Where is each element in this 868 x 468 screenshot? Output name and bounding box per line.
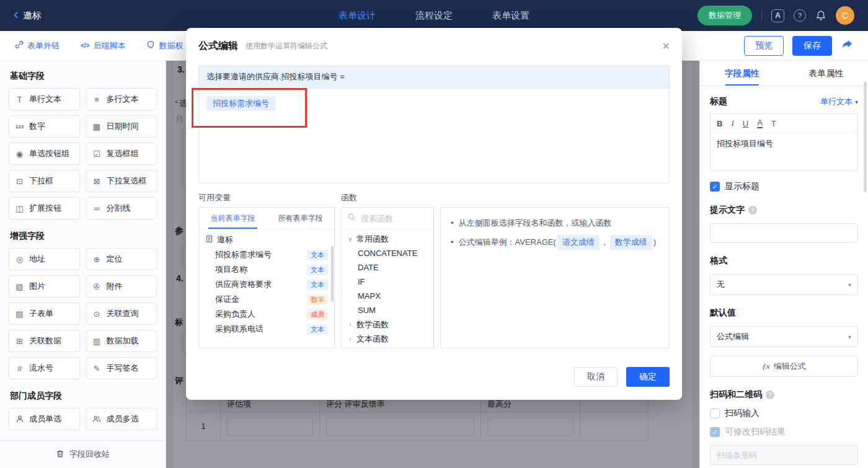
format-value: 无 (717, 279, 725, 290)
field-item-linked-data[interactable]: ⊞关联数据 (9, 330, 80, 352)
panel-scrollbar[interactable] (864, 82, 867, 192)
function-item[interactable]: CONCATENATE (342, 246, 433, 260)
function-item[interactable]: DATE (342, 260, 433, 275)
variable-item[interactable]: 保证金数字 (199, 292, 334, 307)
field-item-label: 多行文本 (107, 94, 139, 105)
variable-item[interactable]: 招投标需求编号文本 (199, 247, 334, 262)
function-item[interactable]: IF (342, 275, 433, 289)
scan-modifiable-checkbox: ✓ (710, 427, 720, 437)
modal-subtitle: 使用数学运算符编辑公式 (246, 41, 327, 51)
variables-scrollbar[interactable] (331, 246, 334, 302)
variable-name: 采购联系电话 (215, 324, 264, 335)
share-icon[interactable] (841, 38, 853, 53)
title-label: 标题 (710, 96, 727, 107)
back-group[interactable]: ‹ 邀标 (14, 9, 162, 22)
field-item-radio-group[interactable]: ◉单选按钮组 (9, 143, 80, 165)
datetime-icon: ▦ (92, 122, 102, 131)
default-value-select[interactable]: 公式编辑 ▾ (710, 326, 858, 347)
variable-item[interactable]: 采购负责人成员 (199, 307, 334, 322)
function-group[interactable]: ›文本函数 (342, 332, 433, 346)
topbar-tabs: 表单设计 流程设定 表单设置 (339, 10, 529, 22)
field-recycle-bin[interactable]: 字段回收站 (0, 440, 166, 468)
field-item-attachment[interactable]: ✇附件 (86, 275, 157, 298)
tab-current-form-fields[interactable]: 当前表单字段 (199, 208, 267, 229)
bold-icon[interactable]: B (717, 119, 722, 128)
variable-item[interactable]: 采购联系电话文本 (199, 322, 334, 337)
variable-item[interactable]: 项目名称文本 (199, 262, 334, 277)
function-search-input[interactable] (360, 213, 428, 224)
notification-bell-icon[interactable] (815, 10, 826, 21)
function-search[interactable] (342, 208, 433, 229)
field-item-number[interactable]: 123数字 (9, 115, 80, 138)
formula-field-chip[interactable]: 招投标需求编号 (206, 96, 275, 111)
close-icon[interactable]: × (662, 40, 670, 52)
tab-flow-settings[interactable]: 流程设定 (415, 10, 453, 22)
tab-form-design[interactable]: 表单设计 (339, 10, 376, 22)
field-item-divider[interactable]: ═分割线 (86, 197, 157, 219)
field-item-address[interactable]: ◎地址 (9, 248, 80, 270)
field-item-serial-number[interactable]: #流水号 (9, 357, 80, 379)
edit-formula-button[interactable]: ƒx 编辑公式 (710, 356, 858, 377)
field-item-member-multi[interactable]: 成员多选 (86, 408, 157, 430)
bullet-icon: • (451, 218, 454, 227)
function-group[interactable]: ›数学函数 (342, 317, 433, 332)
form-node[interactable]: 邀标 (199, 232, 334, 247)
tab-all-form-fields[interactable]: 所有表单字段 (267, 208, 334, 229)
question-mark-icon[interactable]: ? (748, 206, 757, 214)
field-item-location[interactable]: ⊕定位 (86, 248, 157, 270)
format-select[interactable]: 无 ▾ (710, 274, 858, 295)
preview-button[interactable]: 预览 (744, 36, 784, 56)
field-item-label: 关联查询 (107, 308, 139, 319)
font-color-icon[interactable]: A (757, 118, 763, 128)
user-avatar[interactable]: C (836, 6, 854, 25)
field-item-data-load[interactable]: ▥数据加载 (86, 330, 157, 352)
formula-input-area[interactable]: 招投标需求编号 (199, 89, 669, 183)
tab-form-settings[interactable]: 表单设置 (492, 10, 529, 22)
scan-input-checkbox[interactable] (710, 408, 720, 418)
cancel-button[interactable]: 取消 (574, 367, 618, 387)
tab-form-properties[interactable]: 表单属性 (784, 61, 868, 86)
field-item-extend-button[interactable]: ◫扩展按钮 (9, 197, 80, 219)
variable-name: 项目名称 (215, 264, 247, 275)
function-item[interactable]: MAPX (342, 289, 433, 303)
field-item-multi-dropdown[interactable]: ⊠下拉复选框 (86, 170, 157, 192)
help-icon[interactable]: ? (794, 9, 806, 22)
field-item-single-line-text[interactable]: T单行文本 (9, 88, 80, 110)
field-type-dropdown[interactable]: 单行文本 ▾ (820, 96, 858, 107)
field-item-datetime[interactable]: ▦日期时间 (86, 115, 157, 138)
field-item-image[interactable]: ▧图片 (9, 275, 80, 298)
variable-item[interactable]: 供应商资格要求文本 (199, 277, 334, 292)
data-manage-button[interactable]: 数据管理 (698, 6, 752, 25)
modal-title: 公式编辑 (198, 40, 238, 53)
field-item-label: 流水号 (29, 363, 53, 374)
function-group[interactable]: ∨常用函数 (342, 232, 433, 246)
show-title-checkbox[interactable]: ✓ (710, 182, 720, 192)
translate-icon[interactable]: A (771, 9, 784, 22)
title-value-input[interactable]: 招投标项目编号 (711, 133, 857, 170)
tab-field-properties[interactable]: 字段属性 (700, 61, 784, 86)
fx-icon: ƒx (762, 361, 769, 371)
field-item-dropdown[interactable]: ⊡下拉框 (9, 170, 80, 192)
field-item-signature[interactable]: ✎手写签名 (86, 357, 157, 379)
field-item-linked-query[interactable]: ⊙关联查询 (86, 302, 157, 325)
question-mark-icon[interactable]: ? (766, 391, 774, 399)
functions-panel: ∨常用函数CONCATENATEDATEIFMAPXSUM›数学函数›文本函数 (341, 207, 434, 348)
hint-text-input[interactable] (710, 223, 858, 243)
underline-icon[interactable]: U (743, 119, 748, 128)
field-item-multi-line-text[interactable]: ≡多行文本 (86, 88, 157, 110)
function-item[interactable]: SUM (342, 303, 433, 317)
field-item-member-single[interactable]: 成员单选 (9, 408, 80, 430)
italic-icon[interactable]: I (731, 118, 733, 128)
variable-name: 招投标需求编号 (215, 249, 272, 260)
form-external-link-button[interactable]: 表单外链 (15, 40, 60, 51)
confirm-button[interactable]: 确定 (626, 367, 670, 387)
field-item-subform[interactable]: ▤子表单 (9, 302, 80, 325)
data-permission-button[interactable]: 数据权 (146, 40, 183, 51)
save-button[interactable]: 保存 (792, 36, 832, 56)
variable-name: 供应商资格要求 (215, 279, 272, 290)
field-item-checkbox-group[interactable]: ☑复选框组 (86, 143, 157, 165)
backend-script-button[interactable]: </> 后端脚本 (81, 40, 125, 51)
scan-input-label: 扫码输入 (725, 408, 760, 419)
modal-header: 公式编辑 使用数学运算符编辑公式 × (186, 28, 682, 64)
font-size-icon[interactable]: T (771, 119, 776, 128)
